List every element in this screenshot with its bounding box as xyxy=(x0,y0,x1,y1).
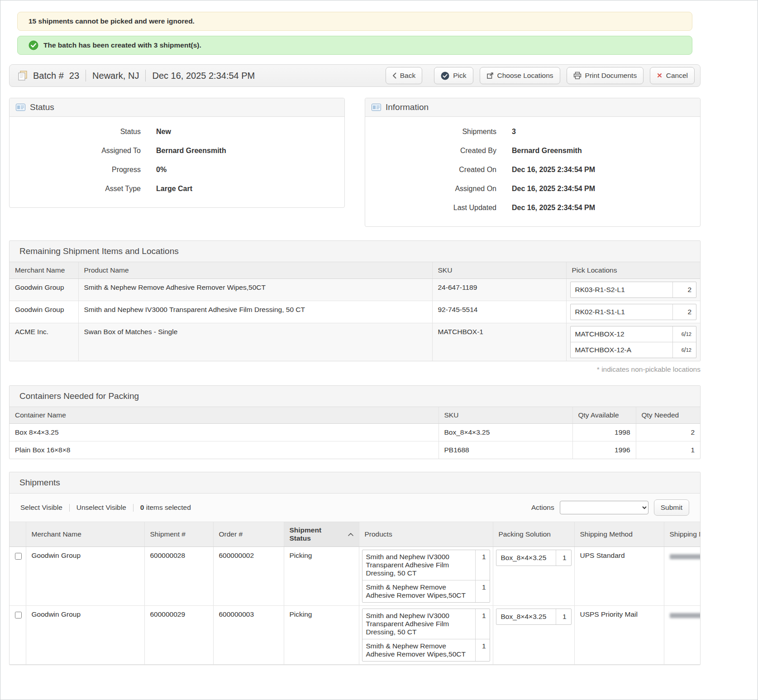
sku-cell: Box_8×4×3.25 xyxy=(439,424,572,441)
remaining-items-table: Merchant Name Product Name SKU Pick Loca… xyxy=(10,262,700,361)
submit-button[interactable]: Submit xyxy=(654,499,689,516)
cancel-button[interactable]: ✕ Cancel xyxy=(650,67,695,84)
pick-button[interactable]: Pick xyxy=(434,67,473,84)
success-check-icon xyxy=(29,40,38,50)
field-label: Asset Type xyxy=(10,185,141,193)
shipments-card: Shipments Select Visible Unselect Visibl… xyxy=(9,472,701,665)
id-card-icon xyxy=(16,104,25,111)
col-order-number[interactable]: Order # xyxy=(213,522,284,547)
status-cell: Picking xyxy=(284,547,359,606)
product-list: Smith and Nephew IV3000 Transparent Adhe… xyxy=(362,550,490,603)
col-shipment-number[interactable]: Shipment # xyxy=(144,522,213,547)
col-products[interactable]: Products xyxy=(359,522,493,547)
table-row: Box 8×4×3.25 Box_8×4×3.25 1998 2 xyxy=(10,424,700,441)
col-product-name: Product Name xyxy=(78,262,432,279)
id-card-icon xyxy=(372,104,381,111)
field-label: Created On xyxy=(365,166,496,174)
field-value: New xyxy=(156,128,171,136)
information-panel-body: Shipments3 Created ByBernard Greensmith … xyxy=(365,117,700,226)
product-qty: 1 xyxy=(475,550,490,580)
field-value: 0% xyxy=(156,166,167,174)
field-value: Large Cart xyxy=(156,185,192,193)
product-name: Smith and Nephew IV3000 Transparent Adhe… xyxy=(362,550,475,580)
col-qty-needed: Qty Needed xyxy=(636,407,700,424)
order-number-cell: 600000002 xyxy=(213,547,284,606)
batch-location: Newark, NJ xyxy=(92,71,139,81)
packing-qty: 1 xyxy=(556,550,571,566)
field-label: Assigned On xyxy=(365,185,496,193)
redacted-value xyxy=(670,613,701,618)
shipments-table: Merchant Name Shipment # Order # Shipmen… xyxy=(10,522,700,665)
col-sku: SKU xyxy=(439,407,572,424)
batch-header-bar: Batch # 23 Newark, NJ Dec 16, 2025 2:34:… xyxy=(9,64,701,87)
status-panel-body: StatusNew Assigned ToBernard Greensmith … xyxy=(10,117,344,207)
table-row: Goodwin Group Smith & Nephew Remove Adhe… xyxy=(10,279,700,301)
shipments-table-wrap: Merchant Name Shipment # Order # Shipmen… xyxy=(10,522,700,665)
header-buttons: Back Pick Choose Locations Print Documen… xyxy=(386,67,695,84)
col-shipping-method[interactable]: Shipping Method xyxy=(574,522,664,547)
printer-icon xyxy=(573,72,582,80)
location-qty-fraction: 6/12 xyxy=(672,342,696,358)
table-row: Plain Box 16×8×8 PB1688 1996 1 xyxy=(10,441,700,459)
batch-icon xyxy=(17,70,29,82)
products-cell: Smith and Nephew IV3000 Transparent Adhe… xyxy=(359,547,493,606)
batch-title: Batch # 23 xyxy=(33,71,79,81)
sku-cell: 92-745-5514 xyxy=(432,301,566,323)
container-name-cell: Box 8×4×3.25 xyxy=(10,424,439,441)
shipping-number-cell xyxy=(664,547,700,606)
shipping-method-cell: USPS Priority Mail xyxy=(574,606,664,665)
back-button[interactable]: Back xyxy=(386,67,422,84)
select-cell xyxy=(10,547,26,606)
batch-datetime: Dec 16, 2025 2:34:54 PM xyxy=(152,71,255,81)
status-panel-header: Status xyxy=(10,98,344,117)
container-name-cell: Plain Box 16×8×8 xyxy=(10,441,439,459)
containers-table: Container Name SKU Qty Available Qty Nee… xyxy=(10,407,700,459)
print-documents-button[interactable]: Print Documents xyxy=(567,67,644,84)
shipments-toolbar: Select Visible Unselect Visible 0 items … xyxy=(10,494,700,522)
panels-row: Status StatusNew Assigned ToBernard Gree… xyxy=(9,98,701,227)
success-alert: The batch has been created with 3 shipme… xyxy=(17,36,692,55)
table-row: Goodwin Group Smith and Nephew IV3000 Tr… xyxy=(10,301,700,323)
actions-select[interactable] xyxy=(560,501,648,514)
field-value: Bernard Greensmith xyxy=(156,147,226,155)
x-icon: ✕ xyxy=(657,72,663,80)
col-packing-solution[interactable]: Packing Solution xyxy=(493,522,574,547)
col-shipping-number[interactable]: Shipping N xyxy=(664,522,700,547)
col-qty-available: Qty Available xyxy=(572,407,636,424)
toolbar-separator xyxy=(69,504,70,512)
unselect-visible-link[interactable]: Unselect Visible xyxy=(76,503,126,512)
non-pickable-footnote: * indicates non-pickable locations xyxy=(9,365,701,374)
col-merchant-name[interactable]: Merchant Name xyxy=(26,522,144,547)
product-qty: 1 xyxy=(475,609,490,639)
qty-available-cell: 1996 xyxy=(572,441,636,459)
field-value: Dec 16, 2025 2:34:54 PM xyxy=(512,166,595,174)
row-select-checkbox[interactable] xyxy=(15,612,22,618)
pick-locations-cell: RK02-R1-S1-L1 2 xyxy=(566,301,700,323)
packing-chip: Box_8×4×3.25 1 xyxy=(496,550,572,566)
product-cell: Smith & Nephew Remove Adhesive Remover W… xyxy=(78,279,432,301)
page: 15 shipments cannot be picked and were i… xyxy=(0,0,758,700)
warning-alert: 15 shipments cannot be picked and were i… xyxy=(17,12,692,31)
choose-locations-button[interactable]: Choose Locations xyxy=(480,67,560,84)
remaining-items-title: Remaining Shipment Items and Locations xyxy=(10,241,700,262)
shipment-number-cell: 600000028 xyxy=(144,547,213,606)
product-cell: Swan Box of Matches - Single xyxy=(78,323,432,361)
status-panel: Status StatusNew Assigned ToBernard Gree… xyxy=(9,98,345,208)
product-name: Smith and Nephew IV3000 Transparent Adhe… xyxy=(362,609,475,639)
location-chip: MATCHBOX-12-A 6/12 xyxy=(571,342,696,358)
qty-needed-cell: 1 xyxy=(636,441,700,459)
row-select-checkbox[interactable] xyxy=(15,553,22,560)
col-pick-locations: Pick Locations xyxy=(566,262,700,279)
field-label: Assigned To xyxy=(10,147,141,155)
information-panel-title: Information xyxy=(386,102,429,112)
select-visible-link[interactable]: Select Visible xyxy=(20,503,62,512)
product-name: Smith & Nephew Remove Adhesive Remover W… xyxy=(362,580,475,602)
warning-alert-text: 15 shipments cannot be picked and were i… xyxy=(29,17,195,25)
col-shipment-status[interactable]: Shipment Status xyxy=(284,522,359,547)
packing-solution-cell: Box_8×4×3.25 1 xyxy=(493,606,574,665)
product-item: Smith and Nephew IV3000 Transparent Adhe… xyxy=(362,550,490,580)
containers-title: Containers Needed for Packing xyxy=(10,386,700,407)
batch-number: 23 xyxy=(69,71,79,81)
select-cell xyxy=(10,606,26,665)
shipment-row: Goodwin Group 600000028 600000002 Pickin… xyxy=(10,547,700,606)
